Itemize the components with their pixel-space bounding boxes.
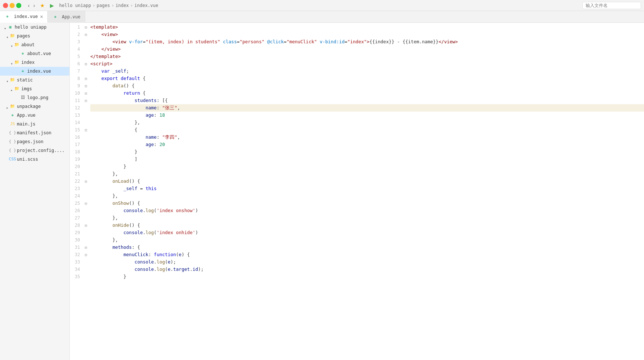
tab-close-icon[interactable]: × [40, 14, 43, 19]
sidebar-item-label: pages.json [17, 138, 69, 145]
file-search-input[interactable] [582, 2, 641, 9]
no-expand-icon [15, 95, 20, 100]
fold-gutter-9[interactable]: ⊟ [83, 82, 89, 90]
fold-gutter-18 [83, 148, 89, 156]
sidebar-item-pages-json[interactable]: { } pages.json [0, 137, 69, 146]
fold-gutter-15[interactable]: ⊟ [83, 126, 89, 134]
sidebar-item-label: index.vue [27, 68, 69, 75]
expand-icon [5, 78, 10, 82]
fold-gutter-6[interactable]: ⊟ [83, 60, 89, 68]
tab-index-vue[interactable]: ◈ index.vue × [0, 11, 48, 23]
code-line-14: }, [90, 119, 644, 126]
code-line-11: students: [{ [90, 97, 644, 104]
sidebar-item-unpackage[interactable]: 📁 unpackage [0, 102, 69, 111]
js-file-icon: JS [10, 121, 15, 127]
sidebar-item-logo-png[interactable]: 🖼 logo.png [0, 93, 69, 102]
code-area: 1 2 3 4 5 6 7 8 9 10 11 12 13 14 15 16 1… [70, 23, 644, 360]
sidebar-item-label: manifest.json [17, 129, 69, 137]
code-line-23: _self = this [90, 185, 644, 192]
fold-gutter-8[interactable]: ⊟ [83, 75, 89, 82]
fold-gutter-11[interactable]: ⊟ [83, 97, 89, 104]
code-line-17: age: 20 [90, 141, 644, 148]
fold-gutter-25[interactable]: ⊟ [83, 200, 89, 207]
no-expand-icon [5, 113, 10, 117]
sidebar-item-manifest-json[interactable]: { } manifest.json [0, 128, 69, 137]
code-line-30: }, [90, 236, 644, 244]
forward-button[interactable]: › [32, 2, 37, 9]
sidebar-item-static[interactable]: 📁 static [0, 76, 69, 84]
fold-gutter-4 [83, 46, 89, 53]
window-controls [3, 3, 21, 8]
breadcrumb-root: hello uniapp [59, 3, 91, 8]
sidebar-item-label: pages [17, 32, 69, 40]
code-line-21: }, [90, 170, 644, 178]
breadcrumb-index: index [116, 3, 129, 8]
back-button[interactable]: ‹ [26, 2, 31, 9]
fold-gutter-20 [83, 163, 89, 170]
sidebar-item-root[interactable]: ▣ hello uniapp [0, 23, 69, 32]
json-file-icon: { } [10, 148, 15, 153]
fold-gutter-31[interactable]: ⊟ [83, 244, 89, 251]
bookmark-button[interactable]: ★ [39, 2, 46, 9]
sidebar-item-project-config[interactable]: { } project.config.... [0, 146, 69, 155]
code-line-3: <view v-for="(item, index) in students" … [90, 38, 644, 46]
json-file-icon: { } [10, 139, 15, 145]
expand-icon [10, 60, 14, 65]
close-button[interactable] [3, 3, 8, 8]
sidebar-item-index-vue[interactable]: ◈ index.vue [0, 67, 69, 76]
expand-icon [10, 43, 14, 47]
code-editor[interactable]: 1 2 3 4 5 6 7 8 9 10 11 12 13 14 15 16 1… [70, 23, 644, 360]
breadcrumb: hello uniapp › pages › index › index.vue [59, 3, 158, 8]
fold-gutter-28[interactable]: ⊟ [83, 222, 89, 229]
sidebar-item-about[interactable]: 📁 about [0, 40, 69, 49]
folder-icon: 📁 [14, 86, 20, 92]
no-expand-icon [5, 122, 10, 126]
tab-app-vue[interactable]: ◈ App.vue [48, 11, 85, 23]
fold-gutter-22[interactable]: ⊟ [83, 178, 89, 185]
code-content[interactable]: <template> <view> <view v-for="(item, in… [89, 23, 644, 360]
fold-gutter-32[interactable]: ⊟ [83, 251, 89, 258]
tab-bar: ◈ index.vue × ◈ App.vue [0, 11, 644, 23]
expand-icon [3, 25, 7, 29]
code-line-19: ] [90, 156, 644, 163]
fold-gutter-7 [83, 68, 89, 75]
sidebar-item-main-js[interactable]: JS main.js [0, 120, 69, 128]
fold-gutter-19 [83, 156, 89, 163]
code-line-33: console.log(e); [90, 258, 644, 266]
sidebar-item-uni-scss[interactable]: CSS uni.scss [0, 155, 69, 164]
folder-icon: 📁 [14, 42, 20, 48]
fold-gutter-35 [83, 273, 89, 280]
minimize-button[interactable] [10, 3, 15, 8]
code-line-22: onLoad() { [90, 178, 644, 185]
fold-gutter-1[interactable]: ⊟ [83, 23, 89, 31]
vue-file-icon: ◈ [10, 112, 15, 118]
sidebar-item-imgs[interactable]: 📁 imgs [0, 84, 69, 93]
code-line-29: console.log('index onhide') [90, 229, 644, 236]
code-line-15: { [90, 126, 644, 134]
code-line-13: age: 18 [90, 112, 644, 119]
maximize-button[interactable] [16, 3, 21, 8]
fold-gutter-21 [83, 170, 89, 178]
code-line-1: <template> [90, 23, 644, 31]
run-button[interactable]: ▶ [48, 2, 55, 9]
fold-gutter-5 [83, 53, 89, 60]
png-file-icon: 🖼 [20, 95, 26, 101]
code-line-28: onHide() { [90, 222, 644, 229]
vue-icon: ◈ [52, 14, 58, 20]
sidebar-item-pages[interactable]: 📁 pages [0, 32, 69, 40]
code-line-4: </view> [90, 46, 644, 53]
sidebar-item-label: App.vue [17, 112, 69, 119]
fold-gutter-10[interactable]: ⊟ [83, 90, 89, 97]
sidebar-item-label: about.vue [27, 50, 69, 57]
code-line-20: } [90, 163, 644, 170]
sidebar-item-label: index [21, 59, 69, 66]
fold-gutter-16 [83, 134, 89, 141]
sidebar-item-about-vue[interactable]: ◈ about.vue [0, 49, 69, 58]
json-file-icon: { } [10, 130, 15, 136]
code-line-12: name: "张三", [90, 104, 644, 112]
sidebar-item-index-folder[interactable]: 📁 index [0, 58, 69, 67]
folder-icon: 📁 [10, 103, 15, 109]
fold-gutter-2[interactable]: ⊟ [83, 31, 89, 38]
sidebar-item-app-vue[interactable]: ◈ App.vue [0, 111, 69, 120]
title-bar: ‹ › ★ ▶ hello uniapp › pages › index › i… [0, 0, 644, 11]
